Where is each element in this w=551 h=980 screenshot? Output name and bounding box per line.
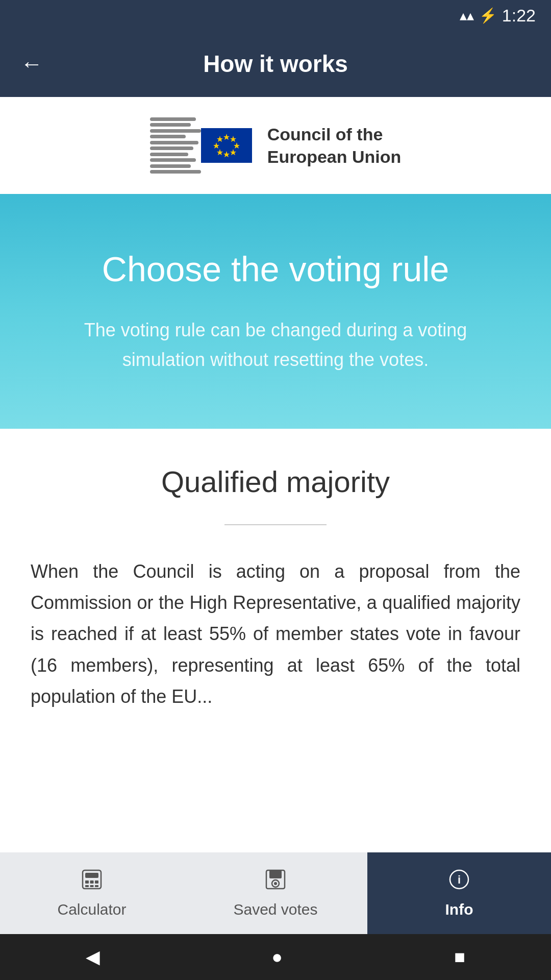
calculator-icon (81, 868, 103, 896)
info-icon: i (448, 868, 470, 896)
svg-rect-18 (269, 870, 282, 878)
hero-subtitle: The voting rule can be changed during a … (71, 315, 480, 374)
svg-rect-10 (85, 873, 98, 878)
saved-votes-icon (264, 868, 287, 896)
logo-section: Council of the European Union (0, 97, 551, 194)
svg-point-20 (274, 882, 277, 885)
org-name: Council of the European Union (267, 123, 402, 168)
eu-flag (201, 128, 252, 163)
nav-calculator-label: Calculator (57, 901, 126, 918)
android-nav: ◀ ● ■ (0, 934, 551, 980)
nav-info-label: Info (445, 901, 473, 918)
content-section: Qualified majority When the Council is a… (0, 429, 551, 852)
android-home-button[interactable]: ● (271, 946, 283, 968)
bottom-nav: Calculator Saved votes i Info (0, 852, 551, 934)
nav-calculator[interactable]: Calculator (0, 852, 184, 934)
svg-rect-11 (85, 880, 89, 884)
nav-saved-votes-label: Saved votes (233, 901, 317, 918)
divider (224, 524, 327, 525)
svg-rect-15 (90, 885, 94, 887)
hero-title: Choose the voting rule (102, 249, 449, 290)
back-arrow-icon: ← (20, 51, 43, 77)
status-icons: ▴▴ ⚡ 1:22 (460, 6, 536, 26)
svg-rect-16 (95, 885, 98, 887)
hero-section: Choose the voting rule The voting rule c… (0, 194, 551, 429)
nav-info[interactable]: i Info (367, 852, 551, 934)
svg-rect-13 (95, 880, 98, 884)
android-recent-button[interactable]: ■ (454, 946, 465, 968)
logo-lines (150, 117, 201, 174)
status-time: 1:22 (502, 6, 536, 26)
svg-rect-12 (90, 880, 94, 884)
android-back-button[interactable]: ◀ (86, 946, 100, 968)
svg-rect-14 (85, 885, 89, 887)
section-title: Qualified majority (31, 464, 520, 499)
page-title: How it works (203, 50, 348, 78)
section-body: When the Council is acting on a proposal… (31, 556, 520, 712)
svg-text:i: i (458, 873, 461, 886)
battery-icon: ⚡ (479, 7, 497, 24)
council-logo (150, 117, 252, 174)
back-button[interactable]: ← (20, 51, 43, 77)
nav-saved-votes[interactable]: Saved votes (184, 852, 367, 934)
wifi-icon: ▴▴ (460, 7, 474, 24)
status-bar: ▴▴ ⚡ 1:22 (0, 0, 551, 31)
top-bar: ← How it works (0, 31, 551, 97)
